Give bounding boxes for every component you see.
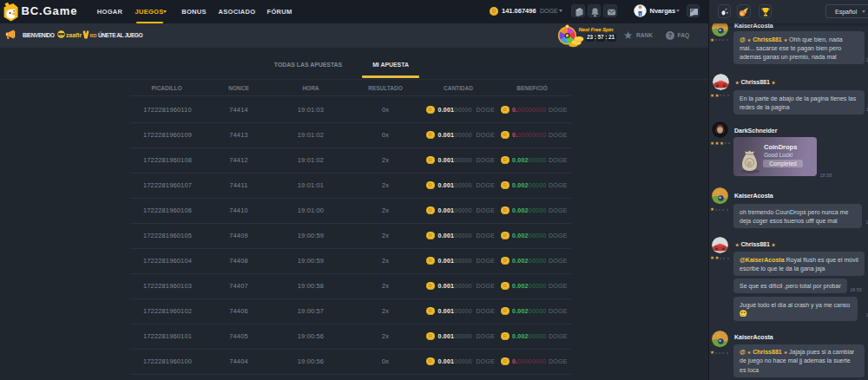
svg-text:Ƀ: Ƀ bbox=[747, 160, 752, 167]
